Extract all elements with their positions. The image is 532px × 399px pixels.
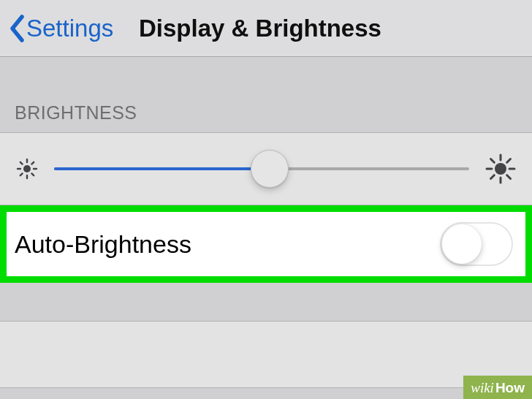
sun-large-icon xyxy=(485,153,516,184)
svg-line-17 xyxy=(507,159,511,163)
svg-line-5 xyxy=(20,162,23,164)
brightness-slider[interactable] xyxy=(54,150,469,188)
brightness-slider-row xyxy=(0,132,532,205)
svg-line-15 xyxy=(507,175,511,179)
section-gap xyxy=(0,283,532,321)
svg-point-9 xyxy=(495,163,506,175)
slider-thumb[interactable] xyxy=(251,150,289,188)
sun-small-icon xyxy=(16,158,38,180)
auto-brightness-toggle[interactable] xyxy=(440,222,513,266)
svg-line-7 xyxy=(20,173,23,175)
svg-line-6 xyxy=(31,173,34,175)
watermark-how: How xyxy=(495,380,525,396)
next-row-placeholder xyxy=(0,321,532,388)
nav-bar: Settings Display & Brightness xyxy=(0,0,532,57)
svg-point-0 xyxy=(23,165,31,172)
svg-line-14 xyxy=(491,159,495,163)
slider-track-fill xyxy=(54,167,270,170)
toggle-knob xyxy=(442,224,482,264)
wikihow-watermark: wikiHow xyxy=(463,376,532,399)
svg-line-16 xyxy=(491,175,495,179)
chevron-left-icon xyxy=(9,15,25,42)
auto-brightness-row: Auto-Brightness xyxy=(0,205,532,283)
section-header-brightness: BRIGHTNESS xyxy=(0,57,532,132)
page-title: Display & Brightness xyxy=(139,15,381,42)
back-label: Settings xyxy=(26,16,113,40)
watermark-wiki: wiki xyxy=(471,380,494,396)
back-button[interactable]: Settings xyxy=(9,15,113,42)
svg-line-8 xyxy=(31,162,34,164)
highlighted-row: Auto-Brightness xyxy=(0,205,532,283)
auto-brightness-label: Auto-Brightness xyxy=(15,230,191,259)
